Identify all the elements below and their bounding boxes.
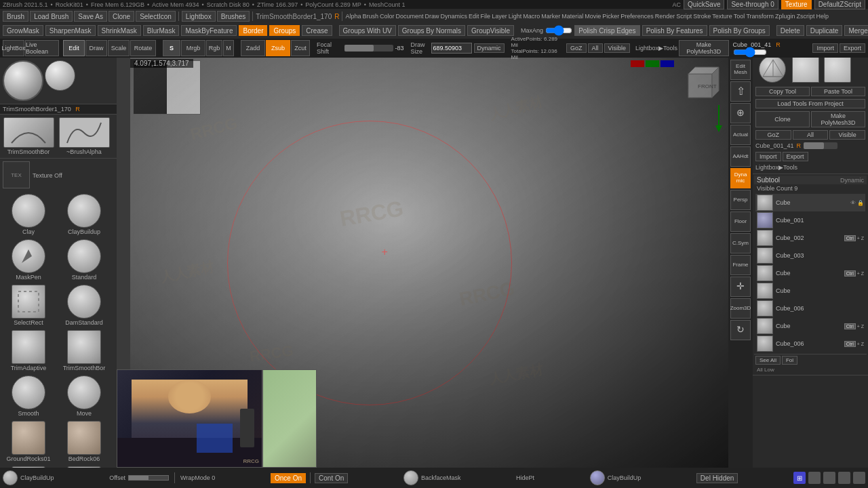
menu-dynamics[interactable]: Dynamics [441, 13, 468, 20]
delete-btn[interactable]: Delete [776, 25, 804, 36]
clone-tool-btn[interactable]: Clone [755, 111, 810, 127]
brush-damstandard[interactable]: DamStandard [57, 283, 111, 327]
actual-btn[interactable]: Actual [730, 125, 751, 145]
groups-by-normals-btn[interactable]: Groups By Normals [398, 25, 465, 36]
visible-goz-btn[interactable]: Visible [604, 43, 630, 53]
edit-btn[interactable]: Edit [63, 40, 85, 56]
brush-bedrock06[interactable]: BedRock06 [57, 420, 111, 464]
grow-mask-btn[interactable]: GrowMask [3, 25, 43, 36]
rotate-btn[interactable]: Rotate [130, 40, 156, 56]
fol-btn[interactable]: Fol [782, 356, 797, 365]
cont-on-btn[interactable]: Cont On [315, 473, 348, 483]
brush-maskpen[interactable]: MaskPen [1, 238, 56, 282]
selection-icon-btn[interactable]: SelectIcon [136, 11, 176, 22]
rgb-btn[interactable]: Rgb [206, 40, 222, 56]
once-on-btn[interactable]: Once On [271, 473, 306, 483]
border-btn[interactable]: Border [239, 25, 267, 36]
make-polymesh-btn[interactable]: Make PolyMesh3D [679, 40, 729, 56]
brush-claybuildup[interactable]: ClayBuildup [57, 192, 111, 237]
export-btn[interactable]: Export [840, 43, 865, 53]
zsub-btn[interactable]: Zsub [266, 40, 290, 56]
visible-tool-btn[interactable]: Visible [829, 130, 865, 140]
menu-material[interactable]: Material [561, 13, 583, 20]
menu-tool[interactable]: Tool [734, 13, 745, 20]
lightbox-btn2[interactable]: Lightbox [182, 11, 216, 22]
see-through-button[interactable]: See-through 0 [727, 0, 778, 9]
clone-btn[interactable]: Clone [108, 11, 134, 22]
frame-btn[interactable]: Frame [730, 255, 751, 275]
s-color-btn[interactable]: S [163, 40, 180, 56]
subtool-cube002[interactable]: Cube_002 Ctrl + Z [755, 229, 865, 247]
subtool-cube006b[interactable]: Cube_006 Ctrl + Z [755, 335, 865, 352]
quicksave-button[interactable]: QuickSave [684, 0, 724, 9]
bottom-backface-preview[interactable] [403, 470, 418, 485]
brush-item-trimsmooth[interactable]: TrimSmoothBor [1, 116, 56, 157]
default-zscript-btn[interactable]: DefaultZScript [814, 0, 865, 9]
mask-by-feature-btn[interactable]: MaskByFeature [181, 25, 237, 36]
sharpen-mask-btn[interactable]: SharpenMask [45, 25, 96, 36]
brush-selectrect[interactable]: SelectRect [1, 283, 56, 327]
ctrl-btn-b[interactable]: Ctrl [844, 270, 856, 277]
all-goz-btn[interactable]: All [588, 43, 603, 53]
ctrl-btn-002[interactable]: Ctrl [844, 235, 856, 241]
zoom-btn[interactable]: ⊕ [730, 103, 751, 123]
taskbar-task-btn[interactable] [823, 472, 835, 484]
main-brush-icon[interactable] [3, 60, 43, 101]
move-view-btn[interactable]: ✛ [730, 277, 751, 297]
goz-tool-btn[interactable]: GoZ [755, 130, 791, 140]
rotate-view-btn[interactable]: ↻ [730, 320, 751, 340]
shrink-mask-btn[interactable]: ShrinkMask [98, 25, 141, 36]
menu-texture[interactable]: Texture [712, 13, 732, 20]
groups-with-uv-btn[interactable]: Groups With UV [339, 25, 396, 36]
menu-brush[interactable]: Brush [363, 13, 379, 20]
menu-movie[interactable]: Movie [585, 13, 601, 20]
edit-mesh-btn[interactable]: EditMesh [730, 60, 751, 80]
brushes-btn[interactable]: Brushes [217, 11, 250, 22]
brush-trimsmooth[interactable]: TrimSmoothBor [57, 329, 111, 373]
brush-clay[interactable]: Clay [1, 192, 56, 237]
zcut-btn[interactable]: Zcut [291, 40, 310, 56]
aahdt-btn[interactable]: AAHdt [730, 146, 751, 167]
crisp-edges-btn[interactable]: Polish Crisp Edges [574, 25, 639, 36]
cube-label-slider[interactable] [733, 49, 767, 55]
import-btn[interactable]: Import [812, 43, 838, 53]
draw-btn[interactable]: Draw [85, 40, 107, 56]
subtool-cube[interactable]: Cube 👁 🔒 [755, 194, 865, 211]
group-visible-btn[interactable]: GroupVisible [467, 25, 514, 36]
persp-btn[interactable]: Persp [730, 190, 751, 210]
save-as-btn[interactable]: Save As [74, 11, 107, 22]
paste-tool-btn[interactable]: Paste Tool [811, 87, 865, 96]
menu-btn[interactable]: Texture [781, 0, 812, 9]
cube-label-slider-right[interactable] [804, 142, 837, 149]
menu-color[interactable]: Color [380, 13, 395, 20]
subtool-cube-b[interactable]: Cube Ctrl + Z [755, 264, 865, 282]
menu-layer[interactable]: Layer [492, 13, 507, 20]
menu-script[interactable]: Script [676, 13, 692, 20]
ctrl-btn-d[interactable]: Ctrl [844, 323, 856, 329]
draw-size-input[interactable] [431, 43, 472, 54]
floor-btn[interactable]: Floor [730, 211, 751, 232]
standard-brush-icon[interactable] [45, 60, 75, 91]
menu-zscript[interactable]: Zscript [797, 13, 815, 20]
menu-zplugin[interactable]: Zplugin [775, 13, 795, 20]
live-boolean-btn[interactable]: Live Boolean [25, 40, 59, 56]
export-right-btn[interactable]: Export [783, 152, 808, 161]
brush-move[interactable]: Move [57, 374, 111, 418]
load-tools-project-btn[interactable]: Load Tools From Project [755, 99, 865, 108]
brush-smooth[interactable]: Smooth [1, 374, 56, 418]
blur-mask-btn[interactable]: BlurMask [143, 25, 180, 36]
csym-btn[interactable]: C.Sym [730, 233, 751, 253]
taskbar-win-btn[interactable]: ⊞ [793, 472, 806, 484]
copy-tool-btn[interactable]: Copy Tool [755, 87, 810, 96]
polish-by-groups-btn[interactable]: Polish By Groups [709, 25, 770, 36]
menu-marker[interactable]: Marker [541, 13, 560, 20]
taskbar-chrome-btn[interactable] [853, 472, 865, 484]
taskbar-search-btn[interactable] [808, 472, 821, 484]
subtool-cube001[interactable]: Cube_001 [755, 211, 865, 229]
duplicate-btn[interactable]: Duplicate [806, 25, 843, 36]
menu-stroke[interactable]: Stroke [693, 13, 711, 20]
zadd-btn[interactable]: Zadd [241, 40, 265, 56]
brush-header-btn[interactable]: Brush [3, 11, 28, 22]
import-right-btn[interactable]: Import [755, 152, 781, 161]
lightbox-icon-btn[interactable]: LightBox [3, 40, 24, 56]
